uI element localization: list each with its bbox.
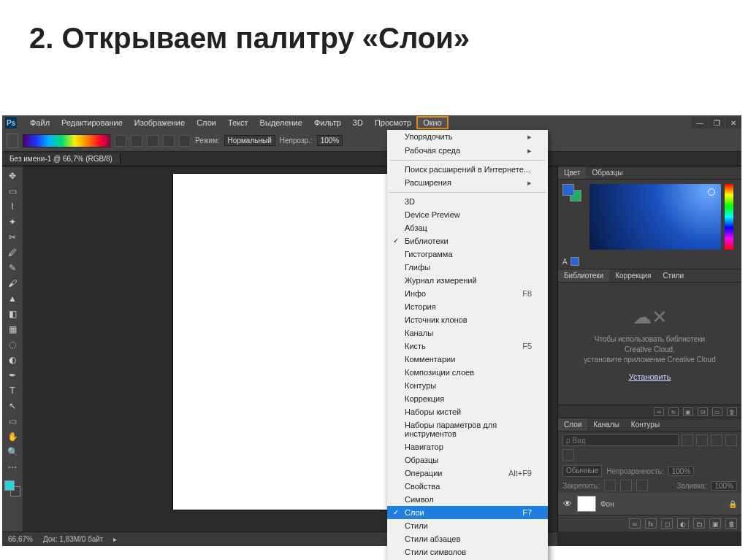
lasso-tool-icon[interactable]: ⌇ xyxy=(5,200,20,213)
new-layer-icon[interactable]: ▣ xyxy=(709,518,721,529)
menu-layers[interactable]: Слои xyxy=(191,117,222,129)
toolbox-more-icon[interactable]: ⋯ xyxy=(5,461,20,474)
filter-smart-icon[interactable] xyxy=(562,449,574,461)
tab-color[interactable]: Цвет xyxy=(558,166,586,179)
blur-tool-icon[interactable]: ◌ xyxy=(5,338,20,351)
menu-item-история[interactable]: История xyxy=(387,300,548,313)
filter-adjust-icon[interactable] xyxy=(696,434,708,446)
menu-item-журнал-измерений[interactable]: Журнал измерений xyxy=(387,274,548,287)
link-layers-icon[interactable]: ∞ xyxy=(629,518,641,529)
menu-item-навигатор[interactable]: Навигатор xyxy=(387,440,548,453)
gradient-type-reflected-icon[interactable] xyxy=(163,135,175,147)
gradient-type-angle-icon[interactable] xyxy=(147,135,159,147)
ribbon-mask-icon[interactable]: ▭ xyxy=(712,407,722,416)
menu-3d[interactable]: 3D xyxy=(347,117,369,129)
tab-adjustments[interactable]: Коррекция xyxy=(609,269,657,282)
eraser-tool-icon[interactable]: ◧ xyxy=(5,307,20,321)
maximize-button[interactable]: ❐ xyxy=(709,117,725,129)
path-tool-icon[interactable]: ↖ xyxy=(5,399,20,413)
tab-swatches[interactable]: Образцы xyxy=(586,166,628,179)
gradient-type-linear-icon[interactable] xyxy=(115,135,126,147)
hue-slider[interactable] xyxy=(725,184,733,250)
menu-item-комментарии[interactable]: Комментарии xyxy=(387,353,548,366)
menu-item-глифы[interactable]: Глифы xyxy=(387,261,548,274)
menu-item-каналы[interactable]: Каналы xyxy=(387,326,548,340)
menu-item-библиотеки[interactable]: Библиотеки xyxy=(387,234,548,248)
ribbon-trash-icon[interactable]: 🗑 xyxy=(727,407,737,416)
document-canvas[interactable] xyxy=(173,174,407,510)
menu-item-кисть[interactable]: КистьF5 xyxy=(387,340,548,353)
layer-kind-filter[interactable] xyxy=(562,434,679,446)
pen-tool-icon[interactable]: ✒ xyxy=(5,369,20,382)
tab-paths[interactable]: Контуры xyxy=(625,418,665,431)
adjustment-layer-icon[interactable]: ◐ xyxy=(677,518,689,529)
hand-tool-icon[interactable]: ✋ xyxy=(5,430,20,443)
filter-type-icon[interactable] xyxy=(711,434,722,446)
brush-tool-icon[interactable]: 🖌 xyxy=(5,277,20,290)
mini-swatch[interactable] xyxy=(570,257,579,266)
visibility-toggle-icon[interactable]: 👁 xyxy=(562,499,573,509)
menu-item-свойства[interactable]: Свойства xyxy=(387,480,548,493)
gradient-type-diamond-icon[interactable] xyxy=(179,135,191,147)
lock-position-icon[interactable] xyxy=(620,480,632,491)
minimize-button[interactable]: — xyxy=(692,117,708,129)
type-tool-icon[interactable]: T xyxy=(5,384,20,397)
tab-libraries[interactable]: Библиотеки xyxy=(558,269,609,282)
heal-tool-icon[interactable]: ✎ xyxy=(5,261,20,275)
ribbon-st-icon[interactable]: St xyxy=(698,407,708,416)
layer-opacity-value[interactable]: 100% xyxy=(668,467,695,476)
gradient-type-radial-icon[interactable] xyxy=(131,135,142,147)
panel-fgbg-swatch[interactable] xyxy=(562,184,581,202)
ribbon-fx-icon[interactable]: fx xyxy=(668,407,679,416)
marquee-tool-icon[interactable]: ▭ xyxy=(5,185,20,198)
crop-tool-icon[interactable]: ✂ xyxy=(5,231,20,244)
menu-select[interactable]: Выделение xyxy=(254,117,308,129)
document-tab[interactable]: Без имени-1 @ 66,7% (RGB/8) xyxy=(2,153,121,164)
menu-item-стили[interactable]: Стили xyxy=(387,519,548,532)
menu-item-гистограмма[interactable]: Гистограмма xyxy=(387,248,548,261)
color-field[interactable] xyxy=(589,184,721,250)
close-button[interactable]: ✕ xyxy=(725,117,741,129)
filter-image-icon[interactable] xyxy=(682,434,693,446)
menu-item-рабочая-среда[interactable]: Рабочая среда▸ xyxy=(387,144,548,158)
filter-shape-icon[interactable] xyxy=(725,434,737,446)
layer-blend-select[interactable]: Обычные xyxy=(562,465,602,477)
layer-row-background[interactable]: 👁 Фон 🔒 xyxy=(558,493,741,515)
lock-pixels-icon[interactable] xyxy=(604,480,616,491)
menu-item-абзац[interactable]: Абзац xyxy=(387,221,548,234)
menu-item-инфо[interactable]: ИнфоF8 xyxy=(387,287,548,300)
tab-styles[interactable]: Стили xyxy=(657,269,690,282)
menu-item-поиск-расширений-в-интернете-[interactable]: Поиск расширений в Интернете... xyxy=(387,163,548,176)
fg-bg-swatch[interactable] xyxy=(4,480,20,496)
gradient-tool-icon[interactable]: ▦ xyxy=(5,323,20,336)
layer-fill-value[interactable]: 100% xyxy=(711,481,737,491)
menu-item-наборы-параметров-для-инструментов[interactable]: Наборы параметров для инструментов xyxy=(387,418,548,440)
dodge-tool-icon[interactable]: ◐ xyxy=(5,353,20,367)
menu-item-коррекция[interactable]: Коррекция xyxy=(387,392,548,405)
menu-text[interactable]: Текст xyxy=(222,117,254,129)
blend-mode-select[interactable]: Нормальный xyxy=(224,135,275,146)
menu-item-контуры[interactable]: Контуры xyxy=(387,379,548,392)
tool-preset-icon[interactable] xyxy=(7,134,18,148)
menu-item-device-preview[interactable]: Device Preview xyxy=(387,208,548,221)
eyedropper-tool-icon[interactable]: 🖉 xyxy=(5,246,20,259)
menu-window[interactable]: Окно xyxy=(417,117,448,129)
delete-layer-icon[interactable]: 🗑 xyxy=(725,518,737,529)
ribbon-link-icon[interactable]: ∞ xyxy=(654,407,664,416)
menu-filter[interactable]: Фильтр xyxy=(308,117,347,129)
status-chevron-icon[interactable]: ▸ xyxy=(113,535,117,543)
group-icon[interactable]: 🗀 xyxy=(693,518,705,529)
menu-edit[interactable]: Редактирование xyxy=(56,117,129,129)
menu-item-3d[interactable]: 3D xyxy=(387,195,548,208)
opacity-value[interactable]: 100% xyxy=(317,135,343,146)
menu-item-источник-клонов[interactable]: Источник клонов xyxy=(387,313,548,326)
layer-mask-icon[interactable]: ◻ xyxy=(661,518,673,529)
menu-file[interactable]: Файл xyxy=(24,117,56,129)
foreground-color-swatch[interactable] xyxy=(4,480,15,491)
wand-tool-icon[interactable]: ✦ xyxy=(5,215,20,229)
library-install-link[interactable]: Установить xyxy=(629,372,671,381)
menu-item-композиции-слоев[interactable]: Композиции слоев xyxy=(387,366,548,379)
lock-all-icon[interactable] xyxy=(636,480,648,491)
menu-item-слои[interactable]: СлоиF7 xyxy=(387,506,548,519)
tab-channels[interactable]: Каналы xyxy=(587,418,625,431)
